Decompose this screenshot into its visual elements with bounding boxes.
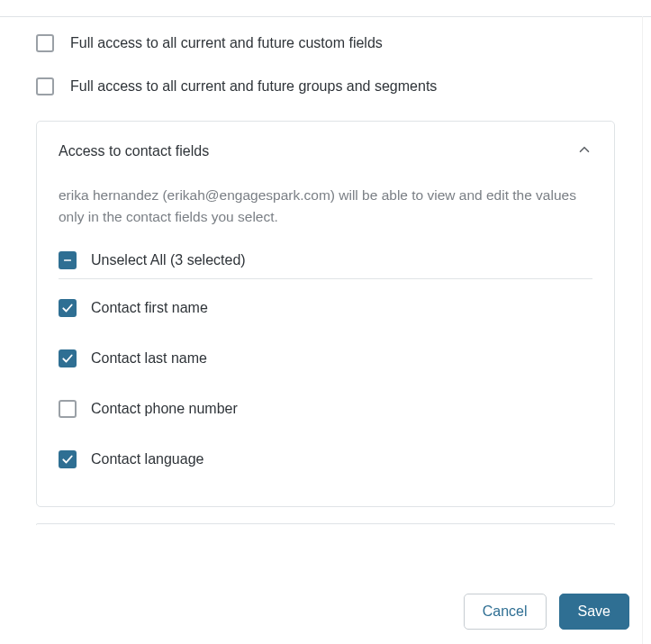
option-label: Full access to all current and future cu… xyxy=(70,35,383,51)
panel-body: erika hernandez (erikah@engagespark.com)… xyxy=(37,181,614,506)
panel-description: erika hernandez (erikah@engagespark.com)… xyxy=(59,185,592,228)
checkbox-field[interactable] xyxy=(59,450,77,468)
field-row: Contact phone number xyxy=(59,384,592,434)
field-label: Contact language xyxy=(91,451,203,467)
unselect-all-row: Unselect All (3 selected) xyxy=(59,251,592,269)
field-label: Contact last name xyxy=(91,350,207,367)
checkbox-field[interactable] xyxy=(59,349,77,367)
chevron-up-icon xyxy=(576,141,592,161)
field-row: Contact first name xyxy=(59,283,592,333)
option-full-access-groups-segments: Full access to all current and future gr… xyxy=(36,77,615,95)
checkbox-unselect-all[interactable] xyxy=(59,251,77,269)
field-row: Contact language xyxy=(59,434,592,485)
divider xyxy=(59,278,592,279)
unselect-all-label: Unselect All (3 selected) xyxy=(91,252,246,268)
panel-title: Access to contact fields xyxy=(59,143,209,159)
checkbox-field[interactable] xyxy=(59,299,77,317)
cancel-button[interactable]: Cancel xyxy=(464,594,547,630)
permissions-form: Full access to all current and future cu… xyxy=(0,0,651,525)
panel-access-contact-fields: Access to contact fields erika hernandez… xyxy=(36,121,615,507)
field-label: Contact first name xyxy=(91,300,208,316)
save-button[interactable]: Save xyxy=(559,594,629,630)
svg-rect-0 xyxy=(64,259,71,261)
field-label: Contact phone number xyxy=(91,401,238,417)
checkbox-full-access-custom-fields[interactable] xyxy=(36,34,54,52)
field-row: Contact last name xyxy=(59,333,592,384)
checkbox-full-access-groups-segments[interactable] xyxy=(36,77,54,95)
next-panel-peek xyxy=(36,523,615,525)
panel-header[interactable]: Access to contact fields xyxy=(37,122,614,181)
dialog-footer: Cancel Save xyxy=(464,594,629,630)
checkbox-field[interactable] xyxy=(59,400,77,418)
option-label: Full access to all current and future gr… xyxy=(70,78,437,95)
option-full-access-custom-fields: Full access to all current and future cu… xyxy=(36,34,615,52)
